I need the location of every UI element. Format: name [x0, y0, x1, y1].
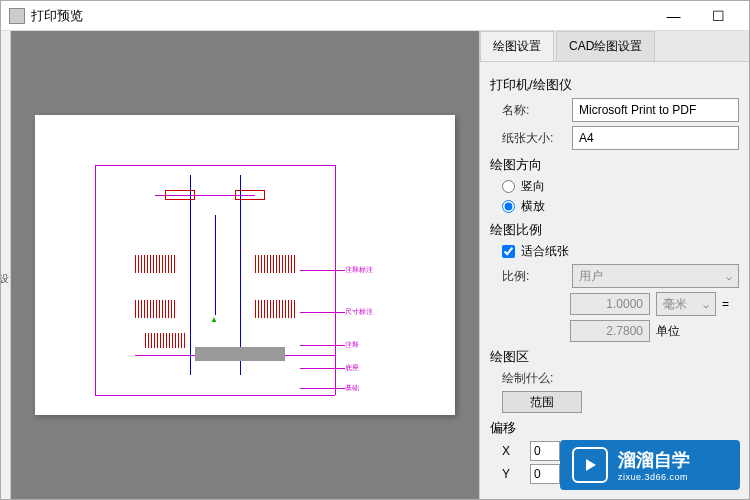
fit-paper-checkbox[interactable]: 适合纸张	[490, 243, 739, 260]
window-controls: — ☐	[651, 2, 741, 30]
landscape-label: 横放	[521, 198, 545, 215]
equals-label: =	[722, 297, 729, 311]
fit-paper-input[interactable]	[502, 245, 515, 258]
chevron-down-icon: ⌵	[703, 299, 709, 310]
settings-body: 打印机/绘图仪 名称: Microsoft Print to PDF 纸张大小:…	[480, 62, 749, 499]
plot-area-section-title: 绘图区	[490, 348, 739, 366]
printer-name-value: Microsoft Print to PDF	[579, 103, 696, 117]
orientation-portrait-radio[interactable]: 竖向	[502, 178, 739, 195]
offset-x-label: X	[502, 444, 522, 458]
watermark-text: 溜溜自学 zixue.3d66.com	[618, 448, 690, 482]
offset-y-label: Y	[502, 467, 522, 481]
scale-unit1-value: 毫米	[663, 296, 687, 313]
preview-page: ▲ 注释标注 尺寸标注 注释 底座 基础	[35, 115, 455, 415]
left-edge-tabs: 设	[1, 31, 11, 499]
watermark-main: 溜溜自学	[618, 448, 690, 472]
scale-ratio-label: 比例:	[502, 268, 572, 285]
portrait-radio-input[interactable]	[502, 180, 515, 193]
portrait-label: 竖向	[521, 178, 545, 195]
scale-value2-row: 单位	[490, 320, 739, 342]
orientation-landscape-radio[interactable]: 横放	[502, 198, 739, 215]
preview-area: ▲ 注释标注 尺寸标注 注释 底座 基础	[11, 31, 479, 499]
scale-ratio-value: 用户	[579, 268, 603, 285]
scale-unit2-label: 单位	[656, 323, 680, 340]
offset-y-input[interactable]	[530, 464, 560, 484]
plot-what-label: 绘制什么:	[502, 370, 572, 387]
printer-name-dropdown[interactable]: Microsoft Print to PDF	[572, 98, 739, 122]
scale-ratio-dropdown: 用户 ⌵	[572, 264, 739, 288]
scale-value1-input	[570, 293, 650, 315]
printer-name-row: 名称: Microsoft Print to PDF	[490, 98, 739, 122]
content-area: 设	[1, 31, 749, 499]
paper-size-row: 纸张大小: A4	[490, 126, 739, 150]
settings-panel: 绘图设置 CAD绘图设置 打印机/绘图仪 名称: Microsoft Print…	[479, 31, 749, 499]
fit-paper-label: 适合纸张	[521, 243, 569, 260]
window-title: 打印预览	[31, 7, 651, 25]
tab-drawing-settings[interactable]: 绘图设置	[480, 31, 554, 61]
scale-section-title: 绘图比例	[490, 221, 739, 239]
paper-size-label: 纸张大小:	[502, 130, 572, 147]
titlebar: 打印预览 — ☐	[1, 1, 749, 31]
plot-what-dropdown[interactable]: 范围	[502, 391, 582, 413]
printer-section-title: 打印机/绘图仪	[490, 76, 739, 94]
play-icon	[572, 447, 608, 483]
cad-drawing: ▲ 注释标注 尺寸标注 注释 底座 基础	[35, 115, 455, 415]
printer-name-label: 名称:	[502, 102, 572, 119]
plot-what-row: 绘制什么:	[490, 370, 739, 387]
minimize-button[interactable]: —	[651, 2, 696, 30]
offset-x-input[interactable]	[530, 441, 560, 461]
orientation-radio-group: 竖向 横放	[490, 178, 739, 215]
tab-cad-drawing-settings[interactable]: CAD绘图设置	[556, 31, 655, 61]
app-icon	[9, 8, 25, 24]
orientation-section-title: 绘图方向	[490, 156, 739, 174]
maximize-button[interactable]: ☐	[696, 2, 741, 30]
paper-size-dropdown[interactable]: A4	[572, 126, 739, 150]
paper-size-value: A4	[579, 131, 594, 145]
scale-ratio-row: 比例: 用户 ⌵	[490, 264, 739, 288]
scale-unit1-dropdown: 毫米 ⌵	[656, 292, 716, 316]
watermark-badge: 溜溜自学 zixue.3d66.com	[560, 440, 740, 490]
landscape-radio-input[interactable]	[502, 200, 515, 213]
watermark-sub: zixue.3d66.com	[618, 472, 690, 482]
plot-what-value-row: 范围	[490, 391, 739, 413]
scale-value1-row: 毫米 ⌵ =	[490, 292, 739, 316]
chevron-down-icon: ⌵	[726, 271, 732, 282]
tabs-bar: 绘图设置 CAD绘图设置	[480, 31, 749, 62]
plot-what-value: 范围	[530, 394, 554, 411]
print-preview-window: 打印预览 — ☐ 设	[0, 0, 750, 500]
scale-value2-input	[570, 320, 650, 342]
offset-section-title: 偏移	[490, 419, 739, 437]
svg-marker-0	[586, 459, 596, 471]
